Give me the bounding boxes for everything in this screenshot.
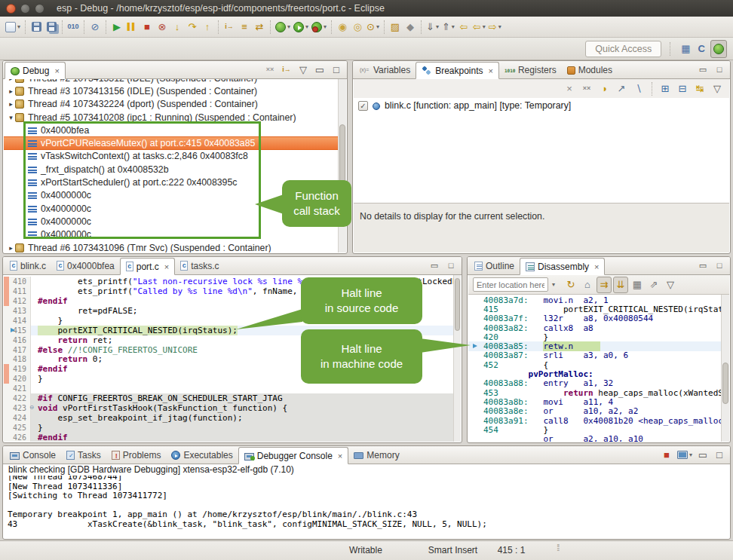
thread-row[interactable]: ▸Thread #6 1073431096 (Tmr Svc) (Suspend…	[4, 241, 338, 252]
stack-frame-row[interactable]: _frxt_dispatch() at 0x4008532b	[4, 163, 338, 176]
display-selected-console-icon[interactable]: ▾	[676, 447, 694, 464]
console-view-tab-problems[interactable]: Problems	[106, 446, 167, 464]
dropdown-arrow-icon[interactable]: ▾	[17, 23, 20, 30]
new-wizard-icon[interactable]: ▾	[4, 19, 22, 35]
new-disassembly-view-icon[interactable]: ▦	[630, 277, 645, 293]
open-resource-icon[interactable]: ◎	[350, 19, 365, 35]
line-number-gutter[interactable]: 423⊖	[4, 403, 31, 413]
window-maximize-button[interactable]	[35, 4, 44, 14]
expander-closed-icon[interactable]: ▸	[7, 100, 15, 108]
collapse-all-icon[interactable]: ⊟	[675, 81, 690, 97]
expand-all-icon[interactable]: ⊞	[658, 81, 673, 97]
breakpoints-view-tab-variables[interactable]: Variables	[354, 61, 416, 78]
dropdown-arrow-icon[interactable]: ▾	[498, 23, 501, 30]
dropdown-arrow-icon[interactable]: ▾	[689, 451, 692, 458]
line-number-gutter[interactable]: 416	[4, 335, 31, 345]
back-icon[interactable]: ⇦▾	[471, 19, 487, 35]
line-number-gutter[interactable]: 425	[4, 423, 31, 433]
line-number-gutter[interactable]: 420	[4, 374, 31, 384]
instruction-stepping-icon[interactable]: i→	[222, 19, 237, 35]
window-close-button[interactable]	[6, 4, 16, 14]
line-number-gutter[interactable]: 412	[4, 296, 31, 306]
last-edit-location-icon[interactable]: ⇦	[456, 19, 471, 35]
disassembly-area[interactable]: 40083a7d: movi.n a2, 1415 portEXIT_CRITI…	[468, 295, 721, 442]
thread-row[interactable]: ▸Thread #4 1073432224 (dport) (Suspended…	[4, 98, 338, 111]
line-number-gutter[interactable]: 424	[4, 413, 31, 423]
close-tab-icon[interactable]: ×	[594, 262, 599, 271]
minimize-icon[interactable]: ▭	[427, 258, 442, 274]
remove-selected-breakpoints-icon[interactable]: ×	[562, 81, 577, 97]
skip-all-breakpoints-icon[interactable]: ⊘	[87, 19, 103, 35]
link-with-debug-view-icon[interactable]: ↹	[692, 81, 707, 97]
dropdown-arrow-icon[interactable]: ▾	[452, 23, 455, 30]
maximize-icon[interactable]: □	[712, 447, 727, 464]
window-minimize-button[interactable]	[20, 4, 30, 14]
stack-frame-row[interactable]: 0x4000bfea	[4, 124, 338, 136]
save-all-icon[interactable]	[44, 19, 59, 35]
maximize-icon[interactable]: □	[443, 258, 459, 274]
minimize-icon[interactable]: ▭	[695, 447, 710, 464]
line-number-gutter[interactable]: 421	[4, 384, 31, 393]
console-view-tab-executables[interactable]: Executables	[166, 446, 238, 464]
step-return-icon[interactable]: ↑	[200, 19, 215, 35]
breakpoints-list[interactable]: ✓ blink.c [function: app_main] [type: Te…	[354, 98, 729, 203]
full-stack-display-icon[interactable]: ≡	[237, 19, 252, 35]
dropdown-arrow-icon[interactable]: ▾	[324, 23, 327, 30]
pin-view-icon[interactable]: ⇗	[646, 277, 661, 293]
line-number-gutter[interactable]: 414	[4, 316, 31, 326]
refresh-view-icon[interactable]: ↻	[563, 277, 578, 293]
line-number-gutter[interactable]: 418	[4, 355, 31, 365]
close-tab-icon[interactable]: ×	[489, 66, 493, 75]
disassembly-view-tab-disassembly[interactable]: Disassembly×	[520, 258, 605, 275]
maximize-icon[interactable]: □	[712, 62, 727, 78]
close-tab-icon[interactable]: ×	[164, 262, 169, 271]
use-step-filters-icon[interactable]: ⇄	[252, 19, 267, 35]
expander-closed-icon[interactable]: ▸	[7, 79, 15, 82]
sync-active-context-icon[interactable]: ⇉	[597, 277, 612, 293]
cpp-perspective-icon[interactable]: C	[696, 40, 707, 58]
console-view-tab-tasks[interactable]: Tasks	[61, 446, 106, 464]
debug-perspective-icon[interactable]	[710, 40, 727, 58]
home-icon[interactable]: ⌂	[580, 277, 595, 293]
resume-icon[interactable]: ▶	[109, 19, 124, 35]
line-number-gutter[interactable]: 410	[4, 277, 31, 286]
debug-launch-icon[interactable]: ▾	[274, 19, 292, 35]
stack-frame-row[interactable]: vPortCPUReleaseMutex() at port.c:415 0x4…	[4, 136, 338, 149]
thread-row[interactable]: ▾Thread #5 1073410208 (ipc1 : Running) (…	[4, 111, 338, 124]
quick-access-button[interactable]: Quick Access	[585, 41, 661, 57]
console-view-tab-console[interactable]: Console	[5, 446, 61, 464]
editor-tab-0x4000bfea[interactable]: 0x4000bfea	[51, 257, 120, 274]
view-menu-icon[interactable]: ▽	[710, 81, 725, 97]
line-number-gutter[interactable]: 415	[4, 326, 31, 335]
editor-scrollbar[interactable]	[453, 275, 461, 442]
close-tab-icon[interactable]: ×	[54, 66, 59, 75]
external-tools-icon[interactable]: ▾	[310, 19, 328, 35]
dropdown-arrow-icon[interactable]: ▾	[483, 23, 486, 30]
status-drag-handle[interactable]: ⁞⁞	[557, 543, 559, 553]
editor-tab-blink-c[interactable]: blink.c	[5, 257, 51, 274]
instruction-stepping-toggle-icon[interactable]: i→	[279, 62, 294, 78]
breakpoints-view-tab-modules[interactable]: Modules	[562, 61, 618, 78]
toggle-mark-occurrences-icon[interactable]: ▨	[388, 19, 403, 35]
step-into-icon[interactable]: ↓	[170, 19, 185, 35]
next-annotation-icon[interactable]: ⇓▾	[425, 19, 440, 35]
save-icon[interactable]	[29, 19, 44, 35]
console-view-tab-memory[interactable]: Memory	[348, 446, 404, 464]
maximize-icon[interactable]: □	[712, 258, 727, 274]
minimize-icon[interactable]: ▭	[695, 62, 710, 78]
fold-collapse-icon[interactable]: ⊖	[30, 403, 34, 411]
open-perspective-icon[interactable]: ▦	[679, 40, 692, 58]
dropdown-arrow-icon[interactable]: ▾	[305, 23, 308, 30]
remove-all-breakpoints-icon[interactable]: ××	[579, 81, 594, 97]
line-number-gutter[interactable]: 413	[4, 306, 31, 316]
show-breakpoints-supported-icon[interactable]: ◑	[597, 81, 612, 97]
line-number-gutter[interactable]: 411	[4, 286, 31, 296]
suspend-icon[interactable]: ▌▌	[124, 19, 140, 35]
minimize-icon[interactable]: ▭	[312, 62, 327, 78]
binary-counter-icon[interactable]: 010	[66, 19, 81, 35]
line-number-gutter[interactable]: 419	[4, 364, 31, 374]
dropdown-arrow-icon[interactable]: ▾	[436, 23, 439, 30]
console-output[interactable]: [New Thread 1073468744][New Thread 10734…	[4, 476, 729, 538]
go-to-file-for-breakpoint-icon[interactable]: ↗	[614, 81, 629, 97]
terminate-icon[interactable]: ■	[140, 19, 155, 35]
